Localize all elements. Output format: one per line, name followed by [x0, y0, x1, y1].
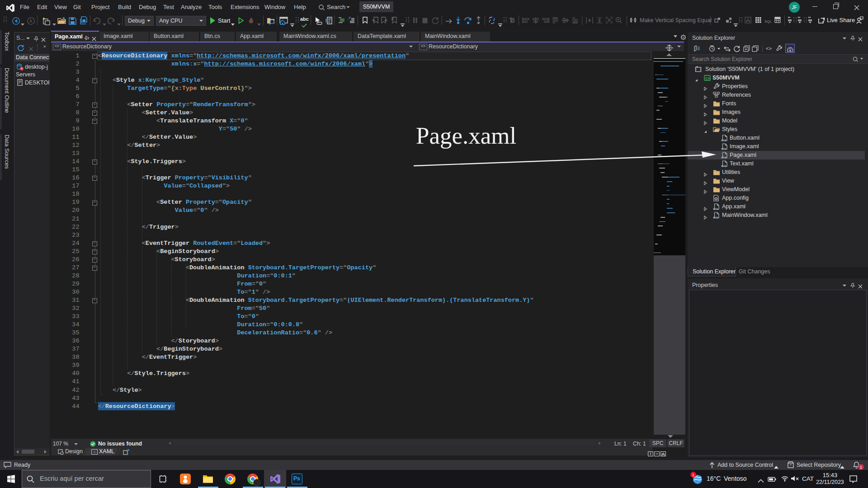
svg-text:C#: C# — [705, 76, 710, 80]
